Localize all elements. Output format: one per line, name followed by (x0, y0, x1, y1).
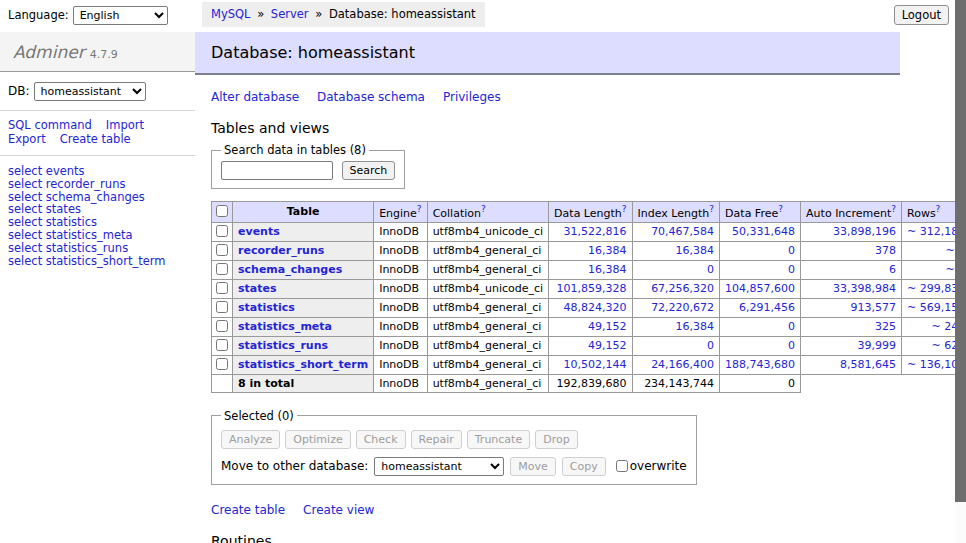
data-length-link[interactable]: 101,859,328 (557, 282, 627, 295)
row-checkbox-cell (212, 279, 233, 298)
breadcrumb-separator: » (315, 7, 322, 21)
auto-increment-link[interactable]: 913,577 (851, 301, 897, 314)
auto-increment-link[interactable]: 39,999 (858, 339, 897, 352)
row-checkbox[interactable] (216, 358, 228, 370)
data-length-link[interactable]: 16,384 (588, 244, 627, 257)
help-link[interactable]: ? (936, 204, 941, 214)
table-name-link[interactable]: schema_changes (238, 263, 342, 276)
data-length-link[interactable]: 10,502,144 (564, 358, 627, 371)
table-name-link[interactable]: statistics_short_term (238, 358, 368, 371)
auto-increment-link[interactable]: 33,898,196 (833, 225, 896, 238)
index-length-cell: 72,220,672 (632, 298, 720, 317)
auto-increment-link[interactable]: 325 (875, 320, 896, 333)
breadcrumb-link-mysql[interactable]: MySQL (211, 7, 251, 21)
search-input[interactable] (221, 161, 333, 180)
scrollbar-thumb[interactable] (955, 0, 966, 502)
breadcrumb-link-server[interactable]: Server (271, 7, 309, 21)
auto-increment-cell: 378 (801, 241, 902, 260)
data-length-cell: 10,502,144 (549, 355, 632, 374)
auto-increment-link[interactable]: 6 (889, 263, 896, 276)
row-checkbox[interactable] (216, 339, 228, 351)
logout-button[interactable]: Logout (894, 5, 949, 25)
page-title: Database: homeassistant (195, 32, 900, 75)
index-length-link[interactable]: 0 (707, 339, 714, 352)
drop-button[interactable]: Drop (535, 430, 577, 449)
move-db-select[interactable]: homeassistant (374, 457, 504, 476)
row-checkbox[interactable] (216, 225, 228, 237)
data-length-link[interactable]: 49,152 (588, 320, 627, 333)
sidebar-actions: SQL commandImport ExportCreate table (0, 111, 195, 156)
help-link[interactable]: ? (622, 204, 627, 214)
overwrite-checkbox[interactable] (616, 460, 628, 472)
help-link[interactable]: ? (481, 204, 486, 214)
sidebar-table-list: select eventsselect recorder_runsselect … (0, 156, 195, 276)
table-name-link[interactable]: states (238, 282, 277, 295)
help-link[interactable]: ? (709, 204, 714, 214)
auto-increment-cell: 325 (801, 317, 902, 336)
index-length-link[interactable]: 72,220,672 (651, 301, 714, 314)
row-checkbox[interactable] (216, 301, 228, 313)
language-select[interactable]: English (73, 6, 168, 25)
optimize-button[interactable]: Optimize (285, 430, 350, 449)
select-all-checkbox[interactable] (216, 205, 228, 217)
scrollbar-track[interactable] (955, 0, 966, 543)
data-length-link[interactable]: 49,152 (588, 339, 627, 352)
row-checkbox[interactable] (216, 244, 228, 256)
data-length-link[interactable]: 48,824,320 (564, 301, 627, 314)
help-link[interactable]: ? (417, 204, 422, 214)
index-length-link[interactable]: 0 (707, 263, 714, 276)
truncate-button[interactable]: Truncate (467, 430, 530, 449)
row-checkbox[interactable] (216, 282, 228, 294)
data-length-cell: 16,384 (549, 241, 632, 260)
index-length-link[interactable]: 16,384 (676, 320, 715, 333)
data-free-link[interactable]: 6,291,456 (739, 301, 795, 314)
nav-link-privileges[interactable]: Privileges (443, 90, 501, 104)
sidebar-action-export[interactable]: Export (8, 132, 46, 146)
index-length-link[interactable]: 67,256,320 (651, 282, 714, 295)
adminer-logo[interactable]: Adminer (13, 42, 85, 62)
row-checkbox[interactable] (216, 320, 228, 332)
data-free-link[interactable]: 188,743,680 (725, 358, 795, 371)
check-button[interactable]: Check (356, 430, 406, 449)
table-name-link[interactable]: statistics_runs (238, 339, 328, 352)
data-free-link[interactable]: 104,857,600 (725, 282, 795, 295)
auto-increment-cell: 33,898,196 (801, 222, 902, 241)
index-length-link[interactable]: 70,467,584 (651, 225, 714, 238)
move-button[interactable]: Move (510, 457, 556, 476)
row-checkbox-cell (212, 336, 233, 355)
data-free-link[interactable]: 0 (788, 244, 795, 257)
data-length-link[interactable]: 16,384 (588, 263, 627, 276)
data-free-link[interactable]: 0 (788, 320, 795, 333)
search-button[interactable]: Search (342, 161, 396, 180)
create-view-link[interactable]: Create view (303, 503, 374, 517)
data-free-link[interactable]: 0 (788, 339, 795, 352)
sidebar-action-import[interactable]: Import (106, 118, 144, 132)
create-table-link[interactable]: Create table (211, 503, 285, 517)
repair-button[interactable]: Repair (411, 430, 462, 449)
table-name-link[interactable]: recorder_runs (238, 244, 324, 257)
nav-link-database-schema[interactable]: Database schema (317, 90, 425, 104)
data-length-link[interactable]: 31,522,816 (564, 225, 627, 238)
table-name-link[interactable]: events (238, 225, 280, 238)
data-free-link[interactable]: 50,331,648 (732, 225, 795, 238)
auto-increment-link[interactable]: 33,398,984 (833, 282, 896, 295)
sidebar-action-sql-command[interactable]: SQL command (8, 118, 92, 132)
help-link[interactable]: ? (891, 204, 896, 214)
copy-button[interactable]: Copy (562, 457, 606, 476)
auto-increment-link[interactable]: 8,581,645 (840, 358, 896, 371)
sidebar-link-select-statistics-short-term[interactable]: select statistics_short_term (8, 254, 165, 268)
db-select[interactable]: homeassistant (34, 82, 146, 101)
index-length-link[interactable]: 24,166,400 (651, 358, 714, 371)
data-free-link[interactable]: 0 (788, 263, 795, 276)
help-link[interactable]: ? (778, 204, 783, 214)
collation-cell: utf8mb4_general_ci (427, 317, 548, 336)
index-length-cell: 70,467,584 (632, 222, 720, 241)
row-checkbox[interactable] (216, 263, 228, 275)
table-name-link[interactable]: statistics_meta (238, 320, 332, 333)
auto-increment-link[interactable]: 378 (875, 244, 896, 257)
sidebar-action-create-table[interactable]: Create table (60, 132, 131, 146)
table-name-link[interactable]: statistics (238, 301, 295, 314)
index-length-link[interactable]: 16,384 (676, 244, 715, 257)
analyze-button[interactable]: Analyze (221, 430, 280, 449)
nav-link-alter-database[interactable]: Alter database (211, 90, 299, 104)
